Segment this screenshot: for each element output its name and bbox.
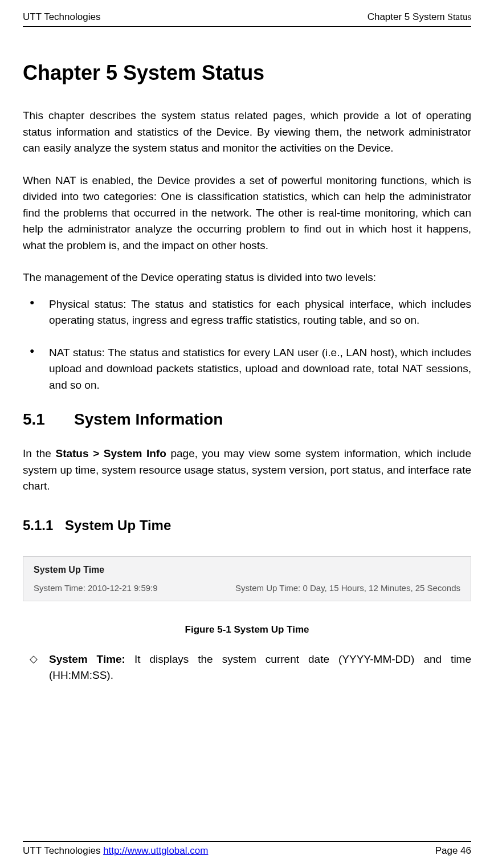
panel-title: System Up Time [34, 565, 460, 575]
system-up-time-panel: System Up Time System Time: 2010-12-21 9… [23, 556, 471, 601]
list-item: Physical status: The status and statisti… [23, 296, 471, 329]
system-time-field: System Time: 2010-12-21 9:59:9 [34, 583, 158, 593]
footer-company: UTT Technologies [23, 845, 103, 856]
footer-link[interactable]: http://www.uttglobal.com [103, 845, 208, 856]
system-time-label: System Time: [34, 583, 88, 593]
intro-prefix: In the [23, 447, 55, 459]
system-uptime-value: 0 Day, 15 Hours, 12 Minutes, 25 Seconds [303, 583, 460, 593]
header-right: Chapter 5 System Status [368, 11, 471, 23]
intro-paragraph-1: This chapter describes the system status… [23, 108, 471, 157]
field-term: System Time: [49, 653, 125, 665]
section-title-text: System Information [74, 410, 223, 428]
section-5-1-1-heading: 5.1.1System Up Time [23, 517, 471, 533]
subsection-number: 5.1.1 [23, 517, 65, 533]
page-number: Page 46 [435, 845, 471, 857]
chapter-title: Chapter 5 System Status [23, 61, 471, 85]
header-right-status: Status [447, 11, 471, 22]
figure-caption: Figure 5-1 System Up Time [23, 624, 471, 635]
page-header: UTT Technologies Chapter 5 System Status [23, 11, 471, 27]
breadcrumb-path: Status > System Info [55, 447, 166, 459]
intro-paragraph-2: When NAT is enabled, the Device provides… [23, 173, 471, 254]
list-item: System Time: It displays the system curr… [23, 651, 471, 684]
system-uptime-label: System Up Time: [235, 583, 303, 593]
section-5-1-intro: In the Status > System Info page, you ma… [23, 446, 471, 495]
footer-left: UTT Technologies http://www.uttglobal.co… [23, 845, 208, 857]
page-footer: UTT Technologies http://www.uttglobal.co… [23, 841, 471, 857]
field-description-list: System Time: It displays the system curr… [23, 651, 471, 684]
header-right-prefix: Chapter 5 System [368, 11, 448, 22]
intro-paragraph-3: The management of the Device operating s… [23, 270, 471, 286]
header-left: UTT Technologies [23, 11, 100, 23]
list-item: NAT status: The status and statistics fo… [23, 345, 471, 394]
section-5-1-heading: 5.1System Information [23, 410, 471, 429]
status-levels-list: Physical status: The status and statisti… [23, 296, 471, 394]
system-time-value: 2010-12-21 9:59:9 [88, 583, 158, 593]
panel-row: System Time: 2010-12-21 9:59:9 System Up… [34, 583, 460, 593]
system-uptime-field: System Up Time: 0 Day, 15 Hours, 12 Minu… [235, 583, 460, 593]
subsection-title-text: System Up Time [65, 517, 171, 533]
section-number: 5.1 [23, 410, 74, 429]
